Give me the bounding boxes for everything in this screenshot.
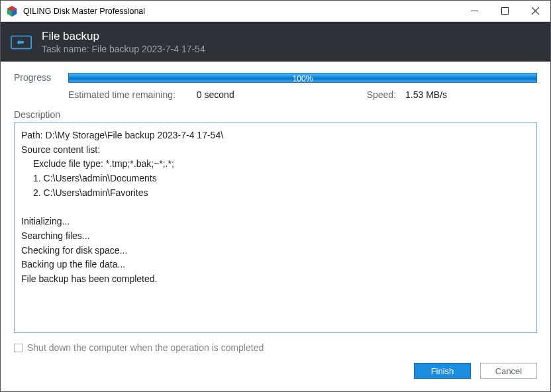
minimize-button[interactable] <box>459 1 489 21</box>
speed-label: Speed: <box>367 89 396 100</box>
app-icon <box>6 5 18 17</box>
shutdown-checkbox-label: Shut down the computer when the operatio… <box>27 342 264 353</box>
window-controls <box>459 1 550 21</box>
svg-rect-4 <box>501 8 508 15</box>
progress-label: Progress <box>14 72 68 83</box>
maximize-button[interactable] <box>489 1 520 21</box>
finish-button[interactable]: Finish <box>414 363 471 379</box>
page-title: File backup <box>42 30 205 43</box>
main-content: Progress 100% Estimated time remaining: … <box>1 62 550 360</box>
close-button[interactable] <box>520 1 550 21</box>
header-band: File backup Task name: File backup 2023-… <box>1 22 550 62</box>
progress-percent: 100% <box>293 74 313 83</box>
log-line: File backup has been completed. <box>21 272 530 287</box>
log-line: Backing up the file data... <box>21 258 530 272</box>
log-line: Path: D:\My Storage\File backup 2023-7-4… <box>21 128 530 143</box>
log-line: Source content list: <box>21 143 530 158</box>
log-line: Checking for disk space... <box>21 244 530 258</box>
app-window: QILING Disk Master Professional File bac… <box>0 0 551 392</box>
description-log[interactable]: Path: D:\My Storage\File backup 2023-7-4… <box>14 122 537 333</box>
description-label: Description <box>14 109 537 120</box>
log-line: 2. C:\Users\admin\Favorites <box>21 186 530 201</box>
log-line: Initializing... <box>21 215 530 229</box>
log-line: 1. C:\Users\admin\Documents <box>21 172 530 186</box>
log-line: Exclude file type: *.tmp;*.bak;~*;.*; <box>21 157 530 172</box>
shutdown-checkbox[interactable] <box>14 344 23 352</box>
eta-label: Estimated time remaining: <box>68 89 175 100</box>
backup-destination-icon <box>10 30 32 53</box>
log-line: Searching files... <box>21 229 530 244</box>
cancel-button[interactable]: Cancel <box>480 363 537 379</box>
task-name: Task name: File backup 2023-7-4 17-54 <box>42 44 205 54</box>
titlebar: QILING Disk Master Professional <box>1 1 550 22</box>
window-title: QILING Disk Master Professional <box>23 7 459 16</box>
footer: Finish Cancel <box>1 360 550 391</box>
eta-value: 0 second <box>197 89 234 100</box>
speed-value: 1.53 MB/s <box>405 89 447 100</box>
progress-bar: 100% <box>68 73 537 83</box>
